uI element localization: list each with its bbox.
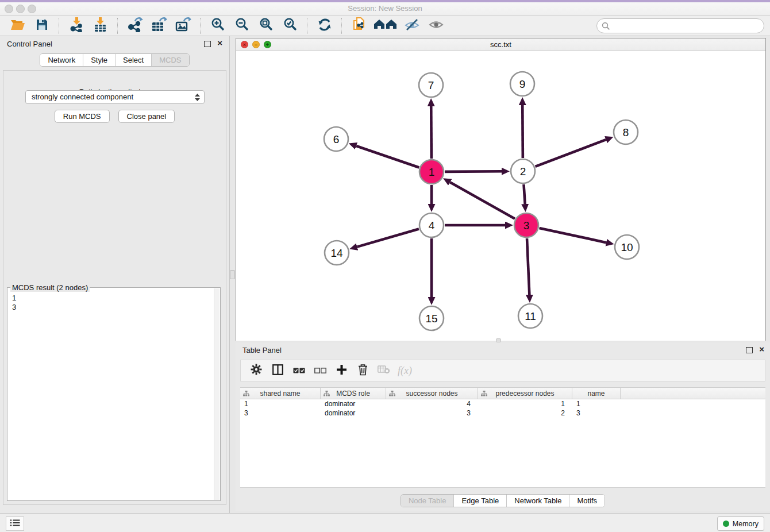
node-label: 8 [623, 126, 629, 138]
node-label: 15 [425, 313, 437, 325]
table-cell[interactable]: 1 [572, 399, 621, 408]
edge-2-9[interactable] [522, 105, 523, 158]
show-all-button[interactable] [426, 17, 446, 35]
edge-3-10[interactable] [539, 228, 606, 242]
toolbar-separator [341, 18, 342, 34]
table-cell[interactable]: 3 [386, 408, 478, 418]
table-tab-network-table[interactable]: Network Table [506, 495, 569, 507]
network-splitter-handle[interactable] [496, 338, 501, 342]
list-icon [10, 519, 20, 529]
deselect-all-columns-button[interactable] [311, 363, 329, 379]
table-settings-button[interactable] [248, 363, 265, 379]
table-row[interactable]: 3dominator323 [240, 408, 765, 418]
float-table-panel-icon[interactable] [746, 347, 753, 353]
delete-column-button[interactable] [375, 363, 392, 379]
hide-selected-button[interactable] [402, 17, 422, 35]
table-cell[interactable]: 4 [386, 399, 478, 408]
node-label: 2 [520, 165, 526, 178]
duplicate-network-button[interactable] [349, 17, 369, 35]
function-builder-button[interactable]: f(x) [398, 365, 412, 377]
tab-style[interactable]: Style [83, 54, 115, 66]
tab-network[interactable]: Network [40, 54, 83, 66]
node-label: 9 [519, 78, 526, 90]
table-panel-title: Table Panel [242, 346, 282, 354]
table-cell[interactable]: 2 [478, 408, 572, 418]
task-history-button[interactable] [6, 516, 24, 531]
control-panel: Control Panel × NetworkStyleSelectMCDS O… [0, 36, 230, 513]
export-table-button[interactable] [149, 17, 170, 35]
search-input[interactable] [596, 18, 764, 33]
table-cell[interactable]: dominator [321, 408, 386, 418]
table-row[interactable]: 1dominator411 [240, 399, 765, 408]
column-header-shared-name[interactable]: shared name [240, 388, 321, 399]
save-session-button[interactable] [32, 17, 52, 35]
table-tab-motifs[interactable]: Motifs [569, 495, 605, 507]
table-cell[interactable]: dominator [321, 399, 386, 408]
close-table-panel-icon[interactable]: × [759, 345, 764, 354]
zoom-in-button[interactable] [207, 17, 228, 35]
table-header-row: shared nameMCDS rolesuccessor nodesprede… [240, 387, 765, 399]
import-network-icon [69, 17, 84, 34]
tab-select[interactable]: Select [115, 54, 151, 66]
panel-splitter-handle[interactable] [230, 270, 235, 279]
edge-1-6[interactable] [356, 146, 419, 168]
tab-mcds[interactable]: MCDS [151, 54, 188, 66]
table-cell[interactable]: 3 [572, 408, 621, 418]
application-window: Session: New Session [0, 0, 770, 532]
export-network-button[interactable] [125, 17, 145, 35]
home-icon [374, 18, 397, 33]
node-label: 7 [428, 79, 434, 91]
mcds-result-box: MCDS result (2 nodes) 13 [7, 287, 221, 501]
column-header-predecessor-nodes[interactable]: predecessor nodes [478, 388, 572, 399]
edge-4-14[interactable] [357, 229, 419, 246]
table-tab-node-table[interactable]: Node Table [401, 495, 454, 507]
edge-3-1[interactable] [450, 182, 515, 219]
delete-column-icon [378, 365, 390, 376]
refresh-layout-button[interactable] [314, 17, 335, 35]
export-network-icon [127, 17, 143, 34]
edge-1-2[interactable] [445, 171, 502, 172]
memory-label: Memory [733, 520, 759, 528]
show-column-panel-button[interactable] [269, 363, 286, 379]
table-tabs: Node TableEdge TableNetwork TableMotifs [236, 494, 770, 507]
zoom-out-icon [235, 17, 249, 34]
table-tab-edge-table[interactable]: Edge Table [453, 495, 506, 507]
result-scrollbar[interactable] [214, 288, 220, 500]
column-header-successor-nodes[interactable]: successor nodes [386, 388, 478, 399]
zoom-out-button[interactable] [232, 17, 252, 35]
zoom-selected-button[interactable] [280, 17, 301, 35]
close-panel-button[interactable]: Close panel [118, 110, 175, 123]
eye-slash-icon [405, 18, 419, 34]
table-cell[interactable]: 1 [240, 399, 321, 408]
zoom-fit-button[interactable] [256, 17, 276, 35]
column-header-name[interactable]: name [572, 388, 621, 399]
export-image-button[interactable] [173, 17, 194, 35]
result-item: 3 [12, 303, 220, 312]
home-button[interactable] [373, 17, 398, 35]
edge-2-8[interactable] [536, 140, 606, 167]
control-panel-tabs: NetworkStyleSelectMCDS [0, 53, 229, 67]
close-panel-icon[interactable]: × [217, 38, 222, 48]
network-graph[interactable]: 7968124314101511 [236, 51, 765, 341]
run-mcds-button[interactable]: Run MCDS [55, 110, 110, 123]
search-field-wrap [596, 18, 764, 33]
table-cell[interactable]: 3 [240, 408, 321, 418]
edge-1-7[interactable] [431, 106, 432, 159]
float-panel-icon[interactable] [204, 41, 211, 47]
edge-3-11[interactable] [527, 238, 529, 295]
table-cell[interactable]: 1 [478, 399, 572, 408]
window-title: Session: New Session [0, 4, 770, 13]
column-header-MCDS-role[interactable]: MCDS role [321, 388, 386, 399]
criterion-select[interactable]: strongly connected component [25, 90, 205, 104]
network-window-title: scc.txt [236, 40, 765, 49]
select-all-columns-button[interactable] [290, 363, 307, 379]
edge-2-3[interactable] [523, 184, 525, 204]
toolbar-separator [307, 18, 308, 34]
open-session-button[interactable] [7, 17, 28, 35]
delete-rows-button[interactable] [354, 363, 371, 379]
import-table-button[interactable] [90, 17, 111, 35]
network-canvas[interactable]: 7968124314101511 [236, 51, 765, 341]
add-row-button[interactable] [333, 363, 350, 379]
memory-button[interactable]: Memory [717, 516, 764, 531]
import-network-button[interactable] [66, 17, 87, 35]
